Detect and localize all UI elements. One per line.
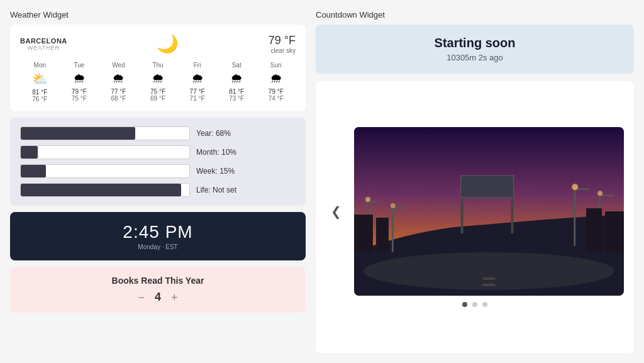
forecast-day-icon: 🌧 [99, 71, 138, 86]
progress-bar-container [20, 183, 190, 197]
forecast-day-name: Sat [217, 62, 257, 69]
forecast-day-icon: 🌧 [177, 71, 217, 86]
forecast-day-name: Thu [138, 62, 178, 69]
forecast-low-temp: 75 °F [60, 95, 99, 102]
carousel-prev-button[interactable]: ❮ [326, 199, 347, 224]
carousel-dot[interactable] [472, 302, 477, 307]
forecast-low-temp: 74 °F [256, 95, 296, 102]
forecast-day-name: Wed [99, 62, 138, 69]
forecast-low-temp: 76 °F [20, 96, 60, 103]
progress-bar-container [20, 164, 190, 178]
forecast-low-temp: 73 °F [217, 95, 257, 102]
forecast-high-temp: 79 °F [256, 88, 296, 95]
carousel-widget: ❮ [316, 81, 634, 353]
carousel-dot[interactable] [462, 302, 467, 307]
progress-bar-container [20, 126, 190, 140]
weather-desc: clear sky [269, 47, 296, 54]
forecast-day-icon: 🌧 [60, 71, 99, 86]
forecast-day-name: Tue [60, 62, 99, 69]
forecast-day-icon: 🌧 [256, 71, 296, 86]
forecast-day-icon: 🌧 [138, 71, 178, 86]
carousel-dot[interactable] [482, 302, 487, 307]
forecast-high-temp: 77 °F [99, 88, 138, 95]
forecast-day: Mon ⛅ 81 °F 76 °F [20, 62, 60, 103]
progress-bar-container [20, 145, 190, 159]
svg-rect-19 [586, 208, 602, 252]
svg-rect-12 [461, 176, 514, 198]
forecast-day-icon: ⛅ [20, 71, 60, 86]
progress-bar-fill [21, 146, 38, 159]
svg-point-16 [597, 191, 602, 196]
books-increment-button[interactable]: + [171, 292, 178, 303]
forecast-day-name: Fri [177, 62, 217, 69]
svg-rect-6 [574, 189, 575, 246]
weather-widget: BARCELONA WEATHER 🌙 79 °F clear sky Mon … [10, 25, 306, 111]
progress-row: Week: 15% [20, 164, 296, 178]
weather-city: BARCELONA [20, 37, 67, 45]
countdown-heading: Starting soon [326, 36, 624, 50]
forecast-day: Tue 🌧 79 °F 75 °F [60, 62, 99, 103]
forecast-day-name: Mon [20, 62, 60, 69]
progress-bar-fill [21, 184, 181, 196]
svg-rect-20 [605, 211, 624, 252]
forecast-high-temp: 77 °F [177, 88, 217, 95]
progress-widget: Year: 68% Month: 10% Week: 15% Life: Not… [10, 118, 306, 206]
forecast-day: Sun 🌧 79 °F 74 °F [256, 62, 296, 103]
svg-rect-17 [354, 215, 373, 252]
progress-row: Year: 68% [20, 126, 296, 140]
weather-temp: 79 °F [269, 34, 296, 47]
carousel-image-placeholder [354, 127, 624, 296]
forecast-high-temp: 75 °F [138, 88, 178, 95]
forecast-low-temp: 68 °F [99, 95, 138, 102]
progress-label: Life: Not set [196, 186, 236, 194]
weather-label: WEATHER [20, 45, 67, 51]
forecast-high-temp: 79 °F [60, 88, 99, 95]
clock-time: 2:45 PM [20, 222, 296, 242]
svg-rect-4 [392, 208, 394, 252]
weather-main-icon: 🌙 [157, 33, 179, 54]
progress-label: Year: 68% [196, 129, 231, 138]
weather-location: BARCELONA WEATHER [20, 37, 67, 51]
forecast-day-name: Sun [256, 62, 296, 69]
books-count: 4 [155, 291, 161, 304]
carousel-image [354, 127, 624, 296]
forecast-day: Sat 🌧 81 °F 73 °F [217, 62, 257, 103]
forecast-high-temp: 81 °F [20, 89, 60, 96]
carousel-dots [462, 302, 487, 307]
clock-date: Monday · EST [20, 243, 296, 250]
countdown-widget: Starting soon 10305m 2s ago [316, 25, 634, 74]
svg-rect-18 [376, 218, 389, 252]
progress-row: Month: 10% [20, 145, 296, 159]
svg-point-15 [572, 184, 578, 190]
forecast-high-temp: 81 °F [217, 88, 257, 95]
progress-row: Life: Not set [20, 183, 296, 197]
forecast-low-temp: 69 °F [138, 95, 178, 102]
books-decrement-button[interactable]: − [138, 292, 145, 303]
progress-label: Month: 10% [196, 148, 236, 157]
progress-bar-fill [21, 165, 46, 177]
weather-forecast: Mon ⛅ 81 °F 76 °F Tue 🌧 79 °F 75 °F Wed … [20, 62, 296, 103]
svg-rect-21 [483, 277, 496, 280]
progress-bar-fill [21, 127, 135, 140]
forecast-day: Fri 🌧 77 °F 71 °F [177, 62, 217, 103]
forecast-day: Thu 🌧 75 °F 69 °F [138, 62, 178, 103]
forecast-day-icon: 🌧 [217, 71, 257, 86]
clock-widget: 2:45 PM Monday · EST [10, 212, 306, 260]
svg-point-13 [365, 197, 370, 202]
forecast-low-temp: 71 °F [177, 95, 217, 102]
books-counter: − 4 + [20, 291, 296, 304]
left-panel-title: Weather Widget [10, 10, 306, 20]
books-title: Books Read This Year [20, 276, 296, 286]
progress-label: Week: 15% [196, 167, 235, 176]
carousel-inner: ❮ [326, 127, 624, 296]
countdown-sub: 10305m 2s ago [326, 53, 624, 62]
svg-rect-22 [483, 284, 496, 286]
svg-point-14 [391, 203, 396, 208]
right-panel-title: Countdown Widget [316, 10, 634, 20]
books-widget: Books Read This Year − 4 + [10, 267, 306, 313]
weather-temp-main: 79 °F clear sky [269, 34, 296, 54]
forecast-day: Wed 🌧 77 °F 68 °F [99, 62, 138, 103]
